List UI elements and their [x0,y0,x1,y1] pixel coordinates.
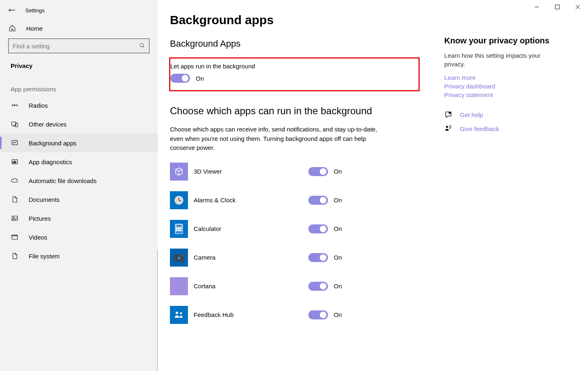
app-toggle-state: On [334,254,342,261]
app-row: CortanaOn [170,277,420,295]
sidebar-item-pictures[interactable]: Pictures [0,209,158,228]
sidebar-item-videos[interactable]: Videos [0,228,158,247]
section-heading-2: Choose which apps can run in the backgro… [170,105,420,117]
right-desc: Learn how this setting impacts your priv… [444,51,559,68]
window-title: Settings [25,7,45,14]
svg-rect-27 [176,225,182,227]
sidebar-item-file-system[interactable]: File system [0,247,158,265]
svg-point-39 [176,284,181,289]
sidebar-item-other-devices[interactable]: Other devices [0,115,158,133]
svg-rect-9 [14,161,15,163]
link-privacy-statement[interactable]: Privacy statement [444,91,559,98]
svg-rect-4 [16,123,18,127]
app-toggle-state: On [334,225,342,232]
right-heading: Know your privacy options [444,36,559,45]
pictures-icon [11,215,19,222]
section-description: Choose which apps can receive info, send… [170,125,391,153]
svg-rect-8 [13,162,14,163]
app-row: Feedback HubOn [170,306,420,324]
svg-point-0 [140,43,143,46]
app-name: 3D Viewer [194,168,308,175]
app-toggle[interactable] [308,282,328,291]
app-icon [170,163,188,181]
link-get-help[interactable]: Get help [460,111,483,118]
category-label: Privacy [0,57,158,72]
app-name: Feedback Hub [194,311,308,318]
app-toggle[interactable] [308,310,328,319]
sidebar-item-label: Pictures [29,215,51,222]
svg-point-37 [182,255,183,256]
background-apps-icon [11,139,19,147]
svg-rect-19 [555,5,559,9]
app-toggle[interactable] [308,253,328,262]
app-row: CalculatorOn [170,220,420,238]
app-toggle[interactable] [308,196,328,205]
master-toggle[interactable] [170,74,190,83]
sidebar-item-label: Automatic file downloads [29,177,97,184]
sidebar-item-app-diagnostics[interactable]: App diagnostics [0,152,158,171]
link-privacy-dashboard[interactable]: Privacy dashboard [444,83,559,90]
app-row: Alarms & ClockOn [170,191,420,209]
app-toggle-state: On [334,197,342,204]
app-icon [170,191,188,209]
help-icon [444,111,452,119]
section-label: App permissions [0,72,158,96]
radios-icon [11,102,19,109]
search-input-wrap[interactable] [8,38,149,53]
app-name: Camera [194,254,308,261]
svg-rect-29 [178,228,179,229]
home-label: Home [26,25,43,32]
app-icon [170,277,188,295]
file-system-icon [11,252,19,260]
app-icon [170,220,188,238]
sidebar-item-label: Radios [29,102,48,109]
sidebar-item-radios[interactable]: Radios [0,96,158,115]
sidebar-item-auto-downloads[interactable]: Automatic file downloads [0,171,158,190]
app-toggle[interactable] [308,224,328,233]
master-toggle-state: On [196,75,204,82]
sidebar-item-label: Background apps [29,140,77,147]
svg-line-1 [143,46,145,48]
devices-icon [11,120,19,128]
svg-rect-32 [178,230,179,231]
svg-rect-31 [176,230,177,231]
app-name: Calculator [194,225,308,232]
sidebar-item-label: Videos [29,234,47,241]
link-learn-more[interactable]: Learn more [444,74,559,81]
sidebar-item-label: App diagnostics [29,158,72,165]
link-give-feedback[interactable]: Give feedback [460,125,499,132]
minimize-button[interactable] [527,0,547,14]
app-toggle[interactable] [308,167,328,176]
svg-point-40 [176,312,178,314]
app-icon [170,249,188,267]
close-button[interactable] [568,0,588,14]
svg-point-38 [175,282,183,290]
sidebar-item-label: File system [29,253,60,260]
sidebar-item-background-apps[interactable]: Background apps [0,133,158,152]
search-icon [139,43,145,50]
main-content: Background apps Background Apps Let apps… [158,0,588,371]
svg-point-12 [14,217,14,218]
maximize-button[interactable] [547,0,568,14]
app-toggle-state: On [334,311,342,318]
svg-point-36 [177,256,181,260]
svg-rect-30 [180,228,181,229]
app-name: Alarms & Clock [194,197,308,204]
sidebar-item-label: Other devices [29,121,67,128]
app-icon [170,306,188,324]
sidebar: 🡐 Settings Home Privacy App permissions [0,0,158,371]
sidebar-item-documents[interactable]: Documents [0,190,158,209]
search-input[interactable] [13,43,139,50]
app-row: CameraOn [170,249,420,267]
svg-point-41 [180,312,182,314]
cloud-icon [11,177,19,184]
app-row: 3D ViewerOn [170,163,420,181]
app-name: Cortana [194,283,308,290]
home-nav[interactable]: Home [0,20,158,37]
svg-rect-33 [180,230,181,231]
home-icon [8,25,16,32]
master-toggle-label: Let apps run in the background [170,63,413,70]
app-toggle-state: On [334,168,342,175]
back-button[interactable]: 🡐 [8,7,16,14]
svg-point-42 [449,112,451,114]
